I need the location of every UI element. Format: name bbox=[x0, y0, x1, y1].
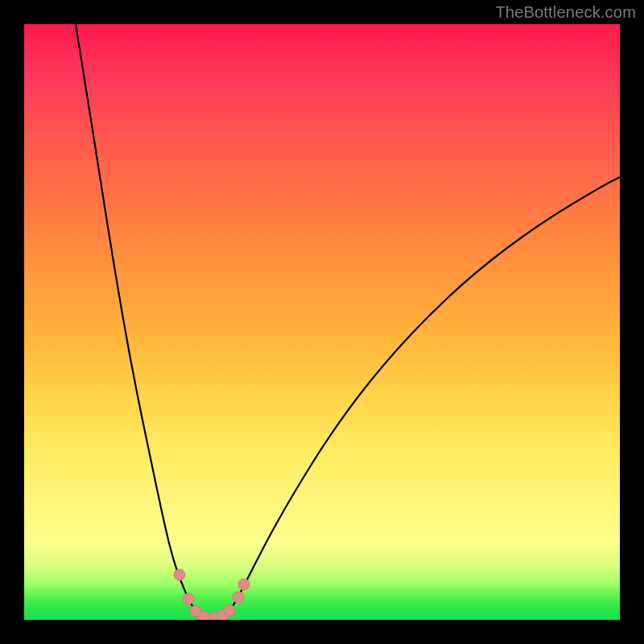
chart-frame: TheBottleneck.com bbox=[0, 0, 644, 644]
valley-marker bbox=[238, 579, 250, 590]
valley-marker bbox=[183, 593, 194, 605]
curve-left-branch bbox=[76, 24, 198, 613]
watermark-text: TheBottleneck.com bbox=[495, 3, 636, 22]
curve-layer bbox=[24, 24, 620, 620]
valley-marker bbox=[233, 592, 244, 603]
curve-right-branch bbox=[227, 177, 620, 613]
valley-marker bbox=[174, 569, 185, 580]
valley-marker bbox=[224, 605, 235, 616]
plot-area bbox=[24, 24, 620, 620]
valley-markers bbox=[174, 569, 250, 620]
